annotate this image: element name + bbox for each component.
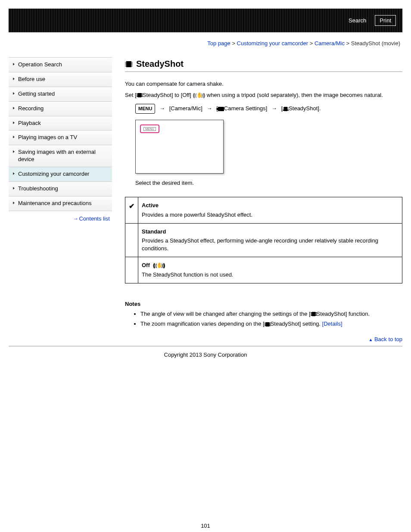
option-desc: Provides a more powerful SteadyShot effe… [142,211,399,219]
arrow-right-icon: → [271,105,277,112]
up-triangle-icon: ▲ [368,337,373,342]
option-cell: Standard Provides a SteadyShot effect, p… [138,223,402,257]
menu-path: MENU → [Camera/Mic] → [Camera Settings] … [135,103,402,114]
path-step: [SteadyShot]. [281,105,321,112]
option-desc: The SteadyShot function is not used. [142,271,399,279]
breadcrumb-sep: > [310,40,313,47]
path-step: [Camera Settings] [216,105,267,112]
shake-icon: (()) [195,92,203,98]
sidebar-item[interactable]: Saving images with an external device [9,145,112,167]
sidebar-item[interactable]: Getting started [9,87,112,102]
movie-icon [125,61,133,67]
breadcrumb-l1[interactable]: Customizing your camcorder [237,40,308,47]
movie-icon [283,107,289,111]
table-row: Standard Provides a SteadyShot effect, p… [125,223,402,257]
options-table: ✔ Active Provides a more powerful Steady… [125,197,402,283]
notes-heading: Notes [125,301,402,307]
arrow-right-icon: → [207,105,212,112]
contents-list-label: Contents list [79,215,110,222]
option-cell: Off ((())) The SteadyShot function is no… [138,257,402,283]
screen-highlight: MENU [140,124,159,133]
page-number: 101 [9,363,402,529]
sidebar-item[interactable]: Maintenance and precautions [9,196,112,211]
shake-icon: (()) [155,263,163,269]
sidebar-list: Operation Search Before use Getting star… [9,57,112,211]
arrow-right-icon: → [73,215,78,222]
menu-button-icon: MENU [135,104,155,114]
header-bar: Search Print [9,9,402,32]
breadcrumb-sep: > [232,40,235,47]
breadcrumb: Top page > Customizing your camcorder > … [9,32,402,57]
breadcrumb-current: SteadyShot (movie) [351,40,400,47]
note-item: The angle of view will be changed after … [140,310,402,318]
arrow-right-icon: → [159,105,165,112]
print-button[interactable]: Print [375,15,396,26]
sidebar-item[interactable]: Troubleshooting [9,182,112,196]
screen-menu-tag: MENU [143,127,156,131]
movie-icon [137,93,143,97]
option-cell: Active Provides a more powerful SteadySh… [138,197,402,223]
movie-icon [311,312,317,316]
caption: Select the desired item. [135,180,402,186]
path-step: [Camera/Mic] [169,105,202,112]
page-title: SteadyShot [136,59,184,69]
sidebar: Operation Search Before use Getting star… [9,57,112,346]
option-name: Off ((())) [142,261,399,269]
back-to-top-link[interactable]: ▲ Back to top [125,336,402,346]
search-button[interactable]: Search [344,16,371,25]
sidebar-item[interactable]: Operation Search [9,58,112,72]
default-mark [125,257,138,283]
copyright: Copyright 2013 Sony Corporation [9,346,402,363]
note-item: The zoom magnification varies depending … [140,320,402,328]
sidebar-item[interactable]: Playback [9,116,112,131]
default-mark: ✔ [125,197,138,223]
main-content: SteadyShot You can compensate for camera… [125,57,402,346]
breadcrumb-sep: > [346,40,350,47]
instruction-paragraph: Set [SteadyShot] to [Off] ((())) when us… [125,91,402,100]
option-desc: Provides a SteadyShot effect, performing… [142,237,399,252]
page-title-row: SteadyShot [125,57,402,72]
contents-list-link[interactable]: → Contents list [9,211,112,226]
back-to-top-label: Back to top [374,336,402,342]
sidebar-item-active[interactable]: Customizing your camcorder [9,167,112,182]
table-row: ✔ Active Provides a more powerful Steady… [125,197,402,223]
sidebar-item[interactable]: Recording [9,102,112,116]
sidebar-item[interactable]: Before use [9,72,112,87]
camera-icon [218,107,224,111]
breadcrumb-l2[interactable]: Camera/Mic [314,40,345,47]
notes-section: Notes The angle of view will be changed … [125,301,402,328]
sidebar-item[interactable]: Playing images on a TV [9,131,112,145]
default-mark [125,223,138,257]
intro-paragraph: You can compensate for camera shake. [125,80,402,88]
details-link[interactable]: [Details] [322,320,342,327]
screen-illustration: MENU [135,120,224,174]
movie-icon [265,322,271,327]
table-row: Off ((())) The SteadyShot function is no… [125,257,402,283]
breadcrumb-top[interactable]: Top page [207,40,230,47]
option-name: Standard [142,228,399,236]
option-name: Active [142,202,399,209]
